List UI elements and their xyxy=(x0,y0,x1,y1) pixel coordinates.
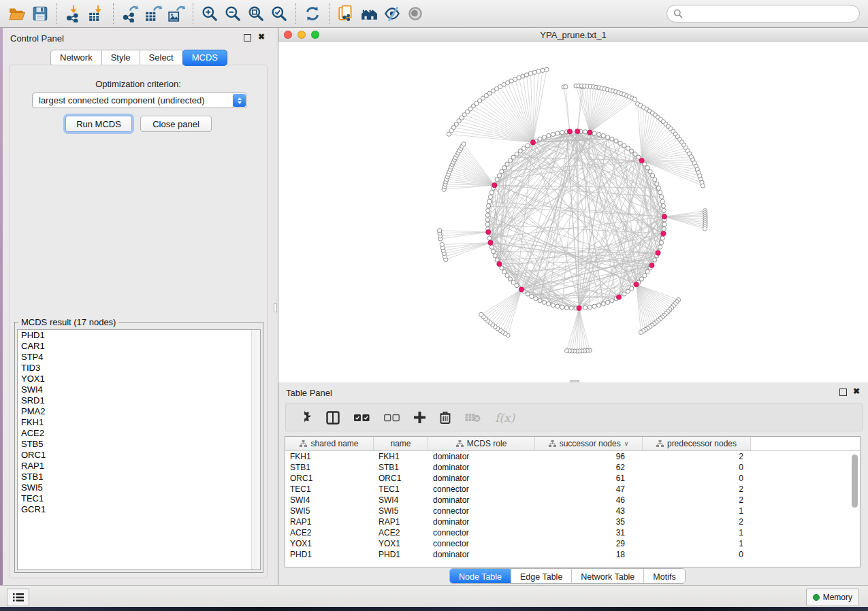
criterion-select[interactable]: largest connected component (undirected) xyxy=(32,93,247,108)
control-tab-style[interactable]: Style xyxy=(101,50,140,66)
zoom-in-icon[interactable] xyxy=(198,2,221,25)
close-panel-icon[interactable]: ✖ xyxy=(258,32,265,42)
show-all-icon[interactable] xyxy=(404,2,427,25)
deselect-all-icon[interactable] xyxy=(384,410,400,426)
close-panel-button[interactable]: Close panel xyxy=(140,116,212,132)
control-panel-title: Control Panel xyxy=(10,33,64,44)
mcds-result-item[interactable]: ACE2 xyxy=(18,428,260,439)
close-panel-label: Close panel xyxy=(152,119,199,129)
mcds-result-item[interactable]: SWI4 xyxy=(18,384,260,395)
mcds-result-item[interactable]: STB5 xyxy=(18,439,260,450)
table-row[interactable]: TEC1TEC1connector472 xyxy=(285,484,860,495)
column-header-successor-nodes[interactable]: successor nodes∨ xyxy=(535,437,643,450)
result-list-scrollbar[interactable] xyxy=(251,330,260,569)
table-row[interactable]: YOX1YOX1connector291 xyxy=(285,538,860,549)
control-panel-tabs: NetworkStyleSelectMCDS xyxy=(51,50,227,66)
float-panel-icon[interactable] xyxy=(839,389,847,396)
mcds-result-item[interactable]: SWI5 xyxy=(18,482,260,493)
cell: 18 xyxy=(535,549,643,560)
table-scrollbar[interactable] xyxy=(852,453,858,565)
column-header-name[interactable]: name xyxy=(374,437,428,450)
control-tab-select[interactable]: Select xyxy=(140,50,183,66)
cell: dominator xyxy=(428,473,535,484)
mcds-result-item[interactable]: STB1 xyxy=(18,472,260,482)
network-view-titlebar[interactable]: YPA_prune.txt_1 xyxy=(278,28,868,43)
zoom-out-icon[interactable] xyxy=(221,2,244,25)
mcds-result-item[interactable]: TID3 xyxy=(18,363,260,374)
column-header-shared-name[interactable]: shared name xyxy=(285,437,374,450)
save-session-icon[interactable] xyxy=(29,2,52,25)
select-all-icon[interactable] xyxy=(354,410,370,426)
control-tab-network[interactable]: Network xyxy=(50,50,102,66)
import-network-icon[interactable] xyxy=(62,2,85,25)
search-field[interactable] xyxy=(666,5,860,22)
tab-motifs[interactable]: Motifs xyxy=(643,569,684,583)
mcds-result-item[interactable]: YOX1 xyxy=(18,374,260,384)
table-body: FKH1FKH1dominator962STB1STB1dominator620… xyxy=(285,451,860,560)
cell: connector xyxy=(428,506,535,516)
import-table-icon[interactable] xyxy=(85,2,108,25)
float-panel-icon[interactable] xyxy=(244,34,251,42)
export-image-icon[interactable] xyxy=(165,2,188,25)
show-columns-icon[interactable] xyxy=(326,410,340,426)
table-settings-icon[interactable] xyxy=(299,410,312,426)
table-row[interactable]: SWI4SWI4dominator462 xyxy=(285,495,860,506)
search-icon xyxy=(673,9,683,18)
table-row[interactable]: FKH1FKH1dominator962 xyxy=(285,451,860,462)
mcds-result-group: MCDS result (17 nodes) PHD1CAR1STP4TID3Y… xyxy=(14,317,263,573)
cell: connector xyxy=(428,527,535,538)
column-header-predecessor-nodes[interactable]: predecessor nodes xyxy=(643,437,751,450)
table-row[interactable]: PHD1PHD1dominator180 xyxy=(285,549,860,560)
table-row[interactable]: STB1STB1dominator620 xyxy=(285,462,860,473)
hide-selected-icon[interactable] xyxy=(381,2,404,25)
table-scrollbar-thumb[interactable] xyxy=(852,455,858,508)
mcds-result-item[interactable]: PHD1 xyxy=(18,330,260,341)
table-row[interactable]: ORC1ORC1dominator610 xyxy=(285,473,860,484)
delete-table-icon[interactable] xyxy=(465,410,481,426)
tab-network-table[interactable]: Network Table xyxy=(571,569,643,583)
column-header-MCDS-role[interactable]: MCDS role xyxy=(428,437,535,450)
zoom-fit-icon[interactable] xyxy=(244,2,268,25)
task-history-button[interactable] xyxy=(7,589,29,606)
mcds-result-item[interactable]: RAP1 xyxy=(18,461,260,472)
cell: 31 xyxy=(535,527,643,538)
mcds-result-item[interactable]: SRD1 xyxy=(18,395,260,406)
toolbar-separator xyxy=(295,3,296,24)
close-panel-icon[interactable]: ✖ xyxy=(853,386,860,396)
export-table-icon[interactable] xyxy=(142,2,165,25)
tab-node-table[interactable]: Node Table xyxy=(450,569,511,583)
run-mcds-label: Run MCDS xyxy=(76,119,121,129)
table-row[interactable]: SWI5SWI5connector431 xyxy=(285,506,860,516)
cell: 0 xyxy=(643,473,751,484)
control-tab-mcds[interactable]: MCDS xyxy=(182,50,227,66)
mcds-result-item[interactable]: GCR1 xyxy=(18,504,260,515)
first-neighbors-icon[interactable] xyxy=(357,2,381,25)
network-from-selection-icon[interactable] xyxy=(334,2,357,25)
mcds-result-item[interactable]: TEC1 xyxy=(18,493,260,504)
memory-button[interactable]: Memory xyxy=(806,589,859,606)
mcds-result-item[interactable]: CAR1 xyxy=(18,341,260,352)
mcds-result-item[interactable]: STP4 xyxy=(18,352,260,363)
search-input[interactable] xyxy=(686,8,859,20)
cell: 43 xyxy=(535,506,643,516)
zoom-selected-icon[interactable] xyxy=(268,2,291,25)
network-view-window: YPA_prune.txt_1 xyxy=(278,28,868,382)
export-network-icon[interactable] xyxy=(118,2,142,25)
mcds-result-item[interactable]: FKH1 xyxy=(18,417,260,428)
open-session-icon[interactable] xyxy=(5,2,29,25)
refresh-icon[interactable] xyxy=(301,2,324,25)
function-builder-icon[interactable]: f(x) xyxy=(495,410,515,426)
table-row[interactable]: RAP1RAP1dominator352 xyxy=(285,516,860,527)
add-column-icon[interactable] xyxy=(414,410,425,426)
mcds-result-item[interactable]: ORC1 xyxy=(18,450,260,461)
splitter-handle[interactable] xyxy=(274,303,277,312)
run-mcds-button[interactable]: Run MCDS xyxy=(65,116,132,132)
cell: 29 xyxy=(535,538,643,549)
tab-edge-table[interactable]: Edge Table xyxy=(511,569,571,583)
network-canvas[interactable] xyxy=(278,42,868,382)
table-tabs: Node TableEdge TableNetwork TableMotifs xyxy=(449,568,686,584)
network-view-title: YPA_prune.txt_1 xyxy=(278,30,868,40)
delete-column-icon[interactable] xyxy=(440,410,451,426)
mcds-result-item[interactable]: PMA2 xyxy=(18,406,260,417)
table-row[interactable]: ACE2ACE2connector311 xyxy=(285,527,860,538)
